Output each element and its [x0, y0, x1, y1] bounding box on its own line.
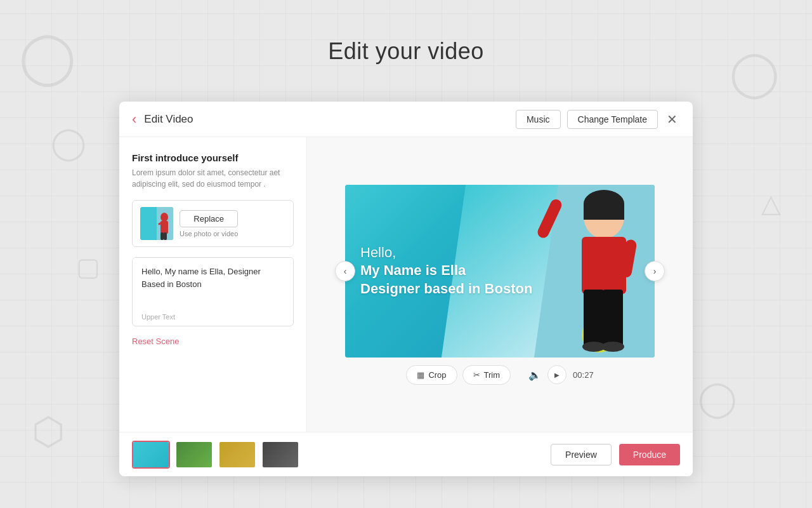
- scene-thumbnails: [132, 441, 551, 469]
- text-input-section: Upper Text: [132, 257, 294, 326]
- trim-button[interactable]: ✂ Trim: [462, 365, 511, 385]
- svg-rect-10: [584, 204, 624, 220]
- change-template-button[interactable]: Change Template: [567, 110, 658, 129]
- trim-label: Trim: [484, 370, 501, 380]
- video-text-line3: Designer based in Boston: [360, 280, 532, 298]
- back-button[interactable]: ‹: [132, 109, 141, 130]
- play-button[interactable]: ▶: [547, 365, 566, 384]
- prev-scene-button[interactable]: ‹: [335, 261, 355, 281]
- svg-rect-15: [603, 290, 623, 347]
- footer-actions: Preview Produce: [551, 444, 680, 465]
- scene-thumb-1[interactable]: [132, 441, 170, 469]
- produce-button[interactable]: Produce: [619, 444, 680, 465]
- scissors-icon: ✂: [473, 370, 480, 380]
- svg-rect-11: [582, 237, 626, 294]
- back-icon: ‹: [132, 111, 136, 128]
- dialog-header: ‹ Edit Video Music Change Template ✕: [119, 102, 693, 137]
- scene-thumb-2-inner: [176, 442, 212, 467]
- time-display: 00:27: [573, 370, 594, 380]
- video-background: Hello, My Name is Ella Designer based in…: [345, 185, 655, 358]
- svg-rect-6: [160, 232, 164, 240]
- replace-hint: Use photo or video: [180, 230, 238, 237]
- svg-rect-12: [536, 197, 564, 240]
- svg-point-17: [601, 342, 624, 352]
- upper-text-label: Upper Text: [133, 313, 293, 326]
- dialog-title: Edit Video: [144, 113, 516, 126]
- dialog-body: First introduce yourself Lorem ipsum dol…: [119, 137, 693, 432]
- svg-point-2: [160, 213, 168, 222]
- dialog-footer: Preview Produce: [119, 432, 693, 476]
- video-controls: ▦ Crop ✂ Trim 🔈 ▶ 00:27: [406, 365, 593, 385]
- video-text-line1: Hello,: [360, 244, 532, 262]
- text-input-container: Upper Text: [132, 257, 294, 326]
- video-text-overlay: Hello, My Name is Ella Designer based in…: [360, 244, 532, 298]
- crop-label: Crop: [428, 370, 446, 380]
- upper-text-input[interactable]: [133, 258, 293, 311]
- replace-button[interactable]: Replace: [180, 210, 238, 227]
- close-button[interactable]: ✕: [664, 110, 680, 128]
- svg-rect-7: [164, 232, 167, 240]
- preview-button[interactable]: Preview: [551, 444, 612, 465]
- edit-video-dialog: ‹ Edit Video Music Change Template ✕ Fir…: [119, 102, 693, 476]
- left-panel: First introduce yourself Lorem ipsum dol…: [119, 137, 307, 432]
- scene-thumb-4[interactable]: [261, 441, 299, 469]
- scene-thumb-1-inner: [133, 442, 169, 467]
- video-person: [528, 185, 655, 358]
- page-title: Edit your video: [0, 38, 812, 65]
- scene-thumb-3[interactable]: [218, 441, 256, 469]
- playback-controls: 🔈 ▶ 00:27: [528, 365, 594, 384]
- replace-actions: Replace Use photo or video: [180, 210, 238, 237]
- play-icon: ▶: [554, 371, 560, 378]
- replace-media-box: Replace Use photo or video: [132, 200, 294, 247]
- chevron-left-icon: ‹: [344, 266, 347, 276]
- chevron-right-icon: ›: [653, 266, 657, 276]
- volume-icon[interactable]: 🔈: [528, 369, 541, 381]
- scene-thumb-3-inner: [219, 442, 255, 467]
- crop-button[interactable]: ▦ Crop: [406, 365, 457, 385]
- section-title: First introduce yourself: [132, 152, 294, 163]
- header-actions: Music Change Template ✕: [516, 110, 680, 129]
- scene-thumb-2[interactable]: [175, 441, 213, 469]
- reset-scene-button[interactable]: Reset Scene: [132, 337, 294, 346]
- section-desc: Lorem ipsum dolor sit amet, consectetur …: [132, 167, 294, 190]
- video-text-line2: My Name is Ella: [360, 262, 532, 280]
- close-icon: ✕: [667, 113, 678, 126]
- next-scene-button[interactable]: ›: [645, 261, 665, 281]
- video-wrapper: ‹: [345, 185, 655, 358]
- crop-icon: ▦: [417, 370, 424, 380]
- right-panel: ‹: [307, 137, 693, 432]
- video-preview: Hello, My Name is Ella Designer based in…: [345, 185, 655, 358]
- scene-thumb-4-inner: [263, 442, 298, 467]
- music-button[interactable]: Music: [516, 110, 561, 129]
- media-thumbnail: [140, 207, 173, 240]
- svg-rect-14: [584, 290, 604, 347]
- section-header: First introduce yourself Lorem ipsum dol…: [132, 152, 294, 190]
